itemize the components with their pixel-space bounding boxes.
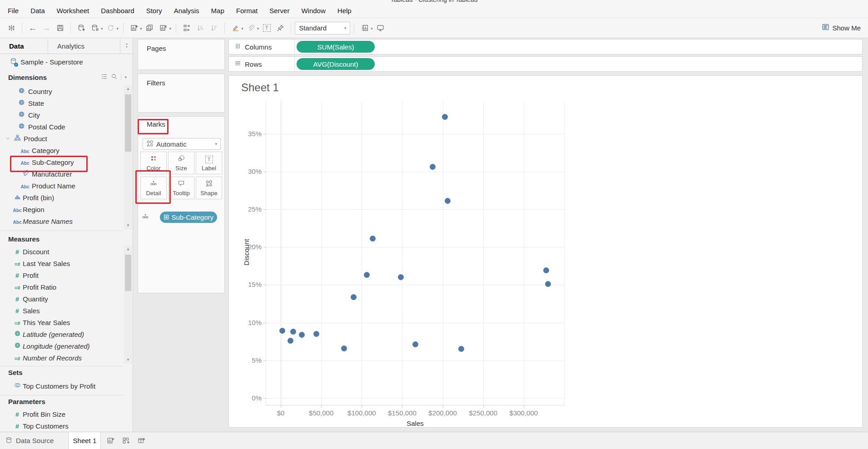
filters-shelf[interactable]: Filters bbox=[138, 74, 225, 113]
pause-auto-updates-button[interactable] bbox=[88, 21, 102, 35]
mark-dot[interactable] bbox=[364, 272, 370, 278]
field-number-of-records[interactable]: =#Number of Records bbox=[0, 352, 123, 364]
marks-card[interactable]: Marks Automatic ▾ ColorSizeTLabelDetailT… bbox=[138, 116, 225, 293]
fit-select[interactable]: Standard▾ bbox=[295, 22, 350, 35]
menu-item-map[interactable]: Map bbox=[205, 4, 230, 18]
tab-sheet-1[interactable]: Sheet 1 bbox=[68, 432, 101, 449]
field-top-customers-by-profit[interactable]: Top Customers by Profit bbox=[0, 380, 123, 392]
field-discount[interactable]: #Discount bbox=[0, 246, 123, 257]
scroll-up-icon[interactable]: ▲ bbox=[124, 246, 132, 253]
redo-button[interactable]: → bbox=[40, 21, 53, 35]
highlight-button[interactable] bbox=[228, 21, 242, 35]
swap-rows-columns-button[interactable] bbox=[180, 21, 193, 35]
field-this-year-sales[interactable]: =#This Year Sales bbox=[0, 316, 123, 328]
menu-item-story[interactable]: Story bbox=[140, 4, 168, 18]
field-country[interactable]: Country bbox=[0, 85, 123, 97]
menu-item-server[interactable]: Server bbox=[263, 4, 295, 18]
mark-dot[interactable] bbox=[288, 338, 293, 344]
mark-dot[interactable] bbox=[313, 331, 319, 337]
menu-item-file[interactable]: File bbox=[2, 4, 25, 18]
pages-shelf[interactable]: Pages bbox=[138, 39, 225, 70]
field-profit-bin-size[interactable]: #Profit Bin Size bbox=[0, 408, 123, 420]
field-last-year-sales[interactable]: =#Last Year Sales bbox=[0, 257, 123, 269]
dimensions-scrollbar[interactable]: ▲ ▼ bbox=[124, 85, 132, 229]
field-product-name[interactable]: AbcProduct Name bbox=[0, 180, 123, 192]
expander-chevron-icon[interactable] bbox=[3, 135, 13, 143]
scroll-down-icon[interactable]: ▼ bbox=[124, 356, 132, 364]
mark-dot[interactable] bbox=[351, 294, 357, 300]
mark-dot[interactable] bbox=[341, 345, 347, 351]
scrollbar-thumb[interactable] bbox=[125, 94, 131, 152]
menu-item-window[interactable]: Window bbox=[295, 4, 331, 18]
refresh-data-button[interactable] bbox=[104, 21, 118, 35]
field-longitude-generated-[interactable]: Longitude (generated) bbox=[0, 340, 123, 352]
columns-shelf[interactable]: Columns SUM(Sales) bbox=[228, 39, 863, 54]
field-quantity[interactable]: #Quantity bbox=[0, 293, 123, 305]
field-latitude-generated-[interactable]: Latitude (generated) bbox=[0, 328, 123, 340]
field-category[interactable]: AbcCategory bbox=[0, 144, 123, 156]
rows-shelf[interactable]: Rows AVG(Discount) bbox=[228, 56, 863, 72]
mark-dot[interactable] bbox=[442, 114, 448, 120]
tab-analytics[interactable]: Analytics bbox=[48, 39, 120, 54]
mark-dot[interactable] bbox=[458, 346, 464, 352]
field-sales[interactable]: #Sales bbox=[0, 305, 123, 316]
field-top-customers[interactable]: #Top Customers bbox=[0, 420, 123, 432]
mark-dot[interactable] bbox=[398, 274, 404, 280]
mark-dot[interactable] bbox=[412, 341, 418, 347]
field-profit-bin-[interactable]: Profit (bin) bbox=[0, 192, 123, 203]
scrollbar-thumb[interactable] bbox=[125, 255, 131, 291]
field-measure-names[interactable]: AbcMeasure Names bbox=[0, 215, 123, 227]
expand-icon[interactable]: ⊞ bbox=[164, 213, 169, 221]
field-postal-code[interactable]: Postal Code bbox=[0, 121, 123, 133]
pane-menu-caret-icon[interactable]: ▾ bbox=[124, 75, 127, 79]
sort-descending-button[interactable] bbox=[207, 21, 221, 35]
scroll-up-icon[interactable]: ▲ bbox=[124, 85, 132, 93]
show-me-grid-button[interactable] bbox=[358, 21, 372, 35]
view-list-icon[interactable] bbox=[101, 73, 108, 81]
field-profit-ratio[interactable]: =#Profit Ratio bbox=[0, 281, 123, 293]
group-members-button[interactable] bbox=[244, 21, 258, 35]
mark-dot[interactable] bbox=[543, 267, 549, 273]
data-source-tab[interactable]: Data Source bbox=[0, 432, 62, 449]
duplicate-sheet-button[interactable] bbox=[143, 21, 157, 35]
menu-item-format[interactable]: Format bbox=[230, 4, 264, 18]
new-data-source-button[interactable] bbox=[74, 21, 88, 35]
search-icon[interactable] bbox=[111, 73, 118, 81]
scroll-down-icon[interactable]: ▼ bbox=[124, 222, 132, 229]
detail-button[interactable]: Detail bbox=[140, 177, 167, 199]
menu-item-worksheet[interactable]: Worksheet bbox=[51, 4, 95, 18]
mark-dot[interactable] bbox=[370, 236, 376, 242]
tableau-logo-button[interactable] bbox=[5, 21, 18, 35]
clear-sheet-button[interactable] bbox=[157, 21, 170, 35]
show-me-toggle-button[interactable]: Show Me bbox=[822, 21, 861, 35]
new-story-icon[interactable] bbox=[135, 432, 147, 449]
field-city[interactable]: City bbox=[0, 109, 123, 121]
new-dashboard-icon[interactable] bbox=[120, 432, 132, 449]
pane-sort-icon[interactable] bbox=[120, 39, 133, 54]
data-source-connection[interactable]: ✓ Sample - Superstore bbox=[0, 55, 133, 68]
color-button[interactable]: Color bbox=[140, 152, 167, 174]
avg-discount-pill[interactable]: AVG(Discount) bbox=[297, 58, 375, 70]
show-mark-labels-button[interactable]: T bbox=[260, 21, 273, 35]
new-worksheet-icon[interactable] bbox=[104, 432, 116, 449]
menu-item-analysis[interactable]: Analysis bbox=[168, 4, 205, 18]
field-profit[interactable]: #Profit bbox=[0, 269, 123, 281]
mark-type-select[interactable]: Automatic ▾ bbox=[143, 138, 221, 150]
menu-item-dashboard[interactable]: Dashboard bbox=[95, 4, 140, 18]
tooltip-button[interactable]: Tooltip bbox=[168, 177, 194, 199]
mark-dot[interactable] bbox=[290, 329, 296, 335]
sub-category-pill[interactable]: ⊞ Sub-Category bbox=[160, 212, 217, 223]
mark-dot[interactable] bbox=[445, 198, 451, 204]
size-button[interactable]: Size bbox=[168, 152, 194, 174]
field-state[interactable]: State bbox=[0, 97, 123, 109]
sort-ascending-button[interactable] bbox=[193, 21, 207, 35]
label-button[interactable]: TLabel bbox=[196, 152, 222, 174]
presentation-mode-button[interactable] bbox=[374, 21, 387, 35]
field-manufacturer[interactable]: Manufacturer bbox=[0, 168, 123, 180]
mark-dot[interactable] bbox=[279, 328, 285, 334]
mark-dot[interactable] bbox=[430, 164, 436, 170]
menu-item-data[interactable]: Data bbox=[25, 4, 51, 18]
fix-axes-button[interactable] bbox=[273, 21, 287, 35]
shape-button[interactable]: Shape bbox=[196, 177, 222, 199]
field-region[interactable]: AbcRegion bbox=[0, 203, 123, 215]
